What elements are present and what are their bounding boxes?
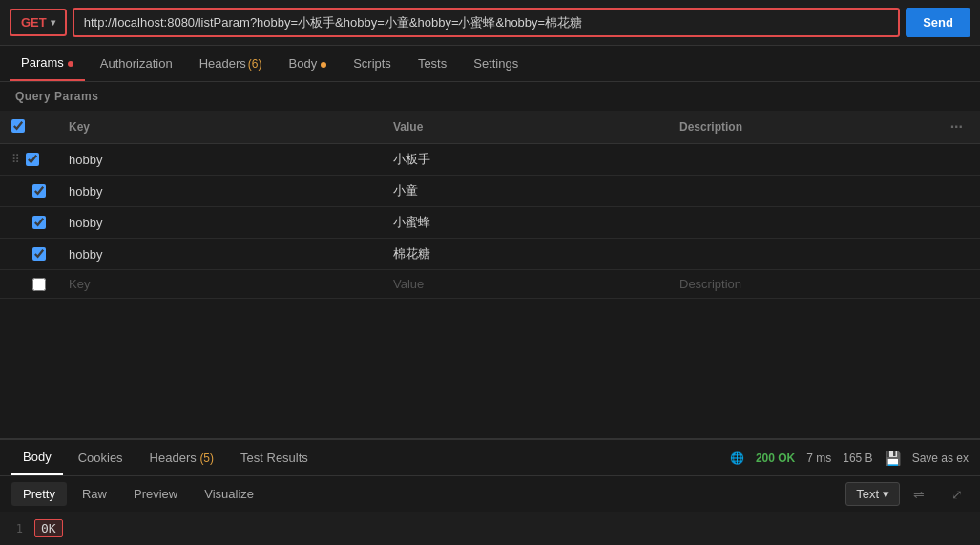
code-line-1: 1 0K [0,517,980,539]
method-label: GET [21,15,47,30]
more-options-icon[interactable]: ··· [945,118,969,135]
table-row: hobby 小蜜蜂 [0,207,980,239]
status-time: 7 ms [806,451,831,465]
th-more: ··· [933,111,980,144]
bottom-tab-body[interactable]: Body [11,440,63,475]
th-checkbox [0,111,57,144]
row-drag-check [0,239,57,270]
th-value: Value [382,111,668,144]
wrap-button[interactable]: ⇌ [907,487,930,502]
drag-handle-icon[interactable]: ⠿ [11,153,20,166]
placeholder-key[interactable]: Key [57,270,382,299]
row-checkbox-3[interactable] [32,247,46,261]
table-row: hobby 小童 [0,176,980,207]
row-value-1[interactable]: 小童 [382,176,668,207]
bottom-tab-headers[interactable]: Headers (5) [138,441,225,474]
params-dot [68,61,73,67]
row-more-0 [933,144,980,176]
row-key-3[interactable]: hobby [57,239,382,270]
save-icon: 💾 [885,451,901,466]
row-checkbox-2[interactable] [32,216,46,229]
table-header-row: Key Value Description ··· [0,111,980,144]
row-value-0[interactable]: 小板手 [382,144,668,176]
bottom-tab-bar: Body Cookies Headers (5) Test Results 🌐 … [0,440,980,476]
main-content: Query Params Key Value Description ··· [0,82,980,414]
body-tab-preview[interactable]: Preview [122,482,189,506]
bottom-panel: Body Cookies Headers (5) Test Results 🌐 … [0,438,980,545]
row-value-2[interactable]: 小蜜蜂 [382,207,668,239]
row-key-0[interactable]: hobby [57,144,382,176]
top-tab-bar: Params Authorization Headers(6) Body Scr… [0,46,980,82]
body-tab-visualize[interactable]: Visualize [193,482,265,506]
url-input[interactable] [73,8,900,37]
row-more-2 [933,207,980,239]
select-all-checkbox[interactable] [11,119,25,133]
row-more-3 [933,239,980,270]
th-key: Key [57,111,382,144]
table-row: ⠿ hobby 小板手 [0,144,980,176]
row-key-2[interactable]: hobby [57,207,382,239]
row-drag-check [0,176,57,207]
th-description: Description [668,111,933,144]
body-toolbar: Pretty Raw Preview Visualize Text ▾ ⇌ ⤢ [0,476,980,512]
row-drag-check: ⠿ [0,144,57,176]
placeholder-value[interactable]: Value [382,270,668,299]
format-dropdown[interactable]: Text ▾ [845,482,900,506]
url-bar: GET ▾ Send [0,0,980,46]
bottom-tab-test-results[interactable]: Test Results [229,441,320,474]
table-row: hobby 棉花糖 [0,239,980,270]
tab-tests[interactable]: Tests [407,47,458,80]
tab-body[interactable]: Body [278,47,339,80]
row-description-2[interactable] [668,207,933,239]
row-checkbox-1[interactable] [32,184,46,198]
placeholder-check [0,270,57,299]
placeholder-row: Key Value Description [0,270,980,299]
tab-scripts[interactable]: Scripts [342,47,403,80]
headers-badge: (5) [199,451,214,465]
tab-settings[interactable]: Settings [462,47,530,80]
method-button[interactable]: GET ▾ [10,9,67,36]
body-dot [321,62,326,68]
status-area: 🌐 200 OK 7 ms 165 B 💾 Save as ex [730,451,969,466]
expand-button[interactable]: ⤢ [946,487,969,502]
row-description-3[interactable] [668,239,933,270]
query-params-section-header: Query Params [0,82,980,111]
tab-params[interactable]: Params [10,46,85,81]
row-value-3[interactable]: 棉花糖 [382,239,668,270]
body-tab-raw[interactable]: Raw [71,482,118,506]
save-as-button[interactable]: Save as ex [912,451,969,465]
bottom-tab-cookies[interactable]: Cookies [67,441,135,474]
line-number-1: 1 [0,522,34,535]
row-key-1[interactable]: hobby [57,176,382,207]
status-size: 165 B [843,451,872,465]
tab-authorization[interactable]: Authorization [89,47,184,80]
row-checkbox-0[interactable] [26,153,39,166]
row-drag-check [0,207,57,239]
globe-icon: 🌐 [730,451,744,465]
row-description-1[interactable] [668,176,933,207]
placeholder-checkbox[interactable] [32,278,46,291]
row-more-1 [933,176,980,207]
body-tab-pretty[interactable]: Pretty [11,482,67,506]
params-table: Key Value Description ··· ⠿ hobby 小板 [0,111,980,299]
code-area: 1 0K [0,512,980,545]
line-content-1: 0K [34,519,63,537]
tab-headers[interactable]: Headers(6) [188,47,274,80]
status-code: 200 OK [756,451,795,465]
placeholder-more [933,270,980,299]
row-description-0[interactable] [668,144,933,176]
placeholder-description[interactable]: Description [668,270,933,299]
method-chevron-icon: ▾ [51,17,55,28]
send-button[interactable]: Send [906,8,970,37]
